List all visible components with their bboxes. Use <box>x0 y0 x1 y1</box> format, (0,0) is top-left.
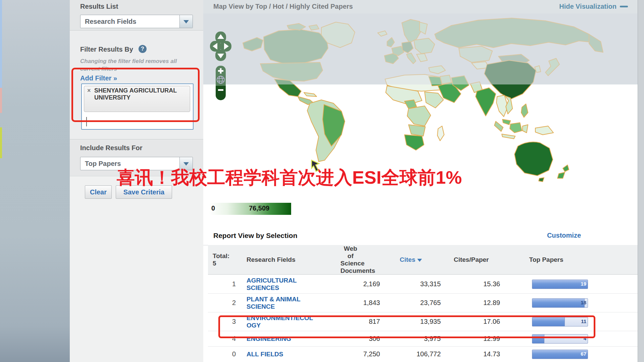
zoom-out-button <box>216 86 226 100</box>
help-icon[interactable]: ? <box>139 45 147 53</box>
filter-input-box[interactable]: × SHENYANG AGRICULTURAL UNIVERSITY <box>81 83 194 130</box>
field-link[interactable]: ENVIRONMENT/ECOLOGY <box>247 314 314 329</box>
docs-cell: 817 <box>340 318 381 325</box>
active-filter-label: SHENYANG AGRICULTURAL UNIVERSITY <box>94 87 185 101</box>
customize-link[interactable]: Customize <box>547 232 581 239</box>
report-view-header: Report View by Selection Customize <box>203 227 638 245</box>
scrollbar[interactable] <box>638 0 644 362</box>
cites-per-paper-cell: 15.36 <box>441 280 501 288</box>
field-link-cell: PLANT & ANIMAL SCIENCE <box>247 296 340 310</box>
desktop-background <box>0 0 70 362</box>
hide-visualization-link[interactable]: Hide Visualization <box>559 3 628 10</box>
col-cites-per-paper: Cites/Paper <box>441 256 501 263</box>
announcement-banner: 喜讯！我校工程学科首次进入ESI全球前1% <box>117 166 462 190</box>
rank-cell: 3 <box>208 318 247 325</box>
mouse-cursor-icon <box>310 160 322 173</box>
top-papers-value: 67 <box>581 351 586 357</box>
cites-per-paper-cell: 12.89 <box>441 299 501 307</box>
col-research-fields: Research Fields <box>247 256 340 263</box>
docs-cell: 2,169 <box>340 280 381 288</box>
cites-per-paper-cell: 17.06 <box>441 318 501 325</box>
field-link-cell: AGRICULTURAL SCIENCES <box>247 277 340 292</box>
col-cites-sort[interactable]: Cites <box>381 256 441 263</box>
screen: Results List Research Fields Filter Resu… <box>0 0 644 362</box>
results-list-dropdown[interactable]: Research Fields <box>80 15 193 28</box>
filter-note: Changing the filter field removes all cu… <box>80 58 182 73</box>
table-row: 0 ALL FIELDS 7,250 106,772 14.73 67 <box>208 346 638 362</box>
table-header-row: Total: 5 Research Fields Web of Science … <box>208 245 638 275</box>
rank-cell: 4 <box>208 335 247 343</box>
minimize-icon <box>620 6 628 7</box>
map-view-title: Map View by Top / Hot / Highly Cited Pap… <box>213 3 353 10</box>
text-cursor <box>86 117 87 126</box>
desktop-edge-sliver <box>0 88 2 113</box>
docs-cell: 1,843 <box>340 299 381 307</box>
desktop-edge-sliver <box>0 0 2 88</box>
rank-cell: 2 <box>208 299 247 307</box>
zoom-out-icon <box>218 89 223 91</box>
docs-cell: 306 <box>340 335 381 343</box>
top-papers-value: 11 <box>581 318 586 324</box>
include-results-title: Include Results For <box>80 144 143 152</box>
active-filter-tag: × SHENYANG AGRICULTURAL UNIVERSITY <box>84 86 190 112</box>
table-row: 3 ENVIRONMENT/ECOLOGY 817 13,935 17.06 1… <box>208 312 638 331</box>
remove-filter-icon[interactable]: × <box>87 87 91 94</box>
top-papers-bar: 19 <box>532 280 588 289</box>
top-papers-bar: 4 <box>532 334 588 344</box>
field-link[interactable]: ENGINEERING <box>247 335 291 343</box>
top-papers-value: 19 <box>581 281 586 287</box>
table-row-engineering: 4 ENGINEERING 306 3,975 12.99 4 <box>208 331 638 346</box>
field-link-cell: ALL FIELDS <box>247 351 340 358</box>
col-wos-documents: Web of Science Documents <box>340 245 381 274</box>
docs-cell: 7,250 <box>340 350 381 358</box>
cites-per-paper-cell: 14.73 <box>441 350 501 358</box>
top-papers-value: 18 <box>581 300 586 305</box>
include-results-dropdown-value: Top Papers <box>85 157 121 170</box>
total-count: Total: 5 <box>208 252 247 267</box>
results-table: Total: 5 Research Fields Web of Science … <box>208 245 638 362</box>
field-link-cell: ENGINEERING <box>247 335 340 343</box>
map-color-scale: 0 76,509 <box>209 203 291 215</box>
table-row: 1 AGRICULTURAL SCIENCES 2,169 33,315 15.… <box>208 275 638 293</box>
map-view-header: Map View by Top / Hot / Highly Cited Pap… <box>203 0 638 14</box>
top-papers-bar: 11 <box>532 317 588 326</box>
legend-min-label: 0 <box>211 204 215 212</box>
map-controls[interactable] <box>209 30 233 102</box>
legend-max-label: 76,509 <box>249 204 269 212</box>
top-papers-value: 4 <box>584 336 586 341</box>
cites-per-paper-cell: 12.99 <box>441 335 501 343</box>
top-papers-bar: 67 <box>532 350 588 359</box>
results-list-title: Results List <box>80 3 118 10</box>
report-view-title: Report View by Selection <box>213 232 298 240</box>
desktop-edge-sliver <box>0 127 2 158</box>
col-top-papers: Top Papers <box>501 256 638 263</box>
cites-cell: 13,935 <box>381 318 441 325</box>
field-link[interactable]: ALL FIELDS <box>247 351 283 358</box>
rank-cell: 0 <box>208 350 247 358</box>
cites-cell: 23,765 <box>381 299 441 307</box>
field-link-cell: ENVIRONMENT/ECOLOGY <box>247 314 340 329</box>
results-list-dropdown-value: Research Fields <box>85 15 136 28</box>
rank-cell: 1 <box>208 280 247 288</box>
clear-button[interactable]: Clear <box>85 185 112 199</box>
table-row: 2 PLANT & ANIMAL SCIENCE 1,843 23,765 12… <box>208 293 638 312</box>
chevron-down-icon <box>183 162 189 166</box>
cites-cell: 106,772 <box>381 350 441 358</box>
cites-cell: 33,315 <box>381 280 441 288</box>
chevron-down-icon <box>183 20 189 23</box>
add-filter-link[interactable]: Add Filter » <box>80 74 117 82</box>
top-papers-bar: 18 <box>532 298 588 308</box>
sort-desc-icon <box>417 259 422 262</box>
dropdown-button[interactable] <box>179 15 193 28</box>
field-link[interactable]: PLANT & ANIMAL SCIENCE <box>247 296 314 310</box>
hide-visualization-label: Hide Visualization <box>559 3 616 10</box>
field-link[interactable]: AGRICULTURAL SCIENCES <box>247 277 314 292</box>
filter-results-title: Filter Results By <box>80 46 133 53</box>
cites-cell: 3,975 <box>381 335 441 343</box>
